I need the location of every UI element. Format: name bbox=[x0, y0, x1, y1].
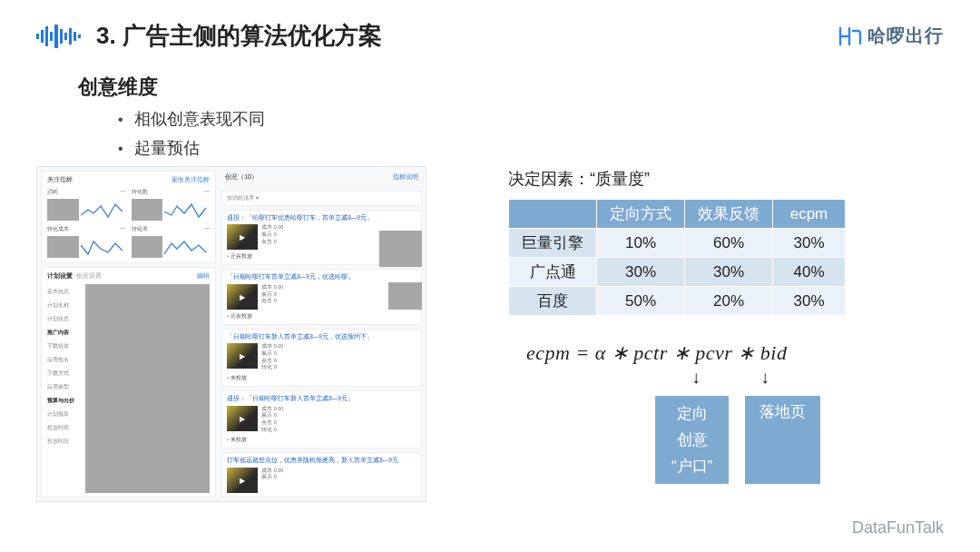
bullet-item: 起量预估 bbox=[118, 137, 944, 159]
factor-box-pcvr: 落地页 bbox=[745, 396, 820, 484]
creative-item: 打车低远超想点位，优惠券随机领逐高，新人首单立减8—9元 成本 0.00展示 0 bbox=[221, 452, 422, 497]
dashboard-screenshot: 关注指标 更改关注指标 消耗— 转化数— bbox=[36, 166, 426, 502]
creative-item: 「日期哈啰打车首单立减8—9元，优选哈啰」 成本 0.00展示 0点击 0 正在… bbox=[221, 269, 422, 324]
footer-watermark: DataFunTalk bbox=[852, 518, 944, 537]
svg-rect-5 bbox=[60, 29, 63, 44]
video-thumb-icon bbox=[227, 406, 258, 431]
redacted-block bbox=[85, 284, 210, 493]
col-header: 效果反馈 bbox=[685, 200, 773, 229]
panel-link: 更改关注指标 bbox=[172, 175, 210, 184]
ecpm-formula: ecpm = α ∗ pctr ∗ pcvr ∗ bid bbox=[526, 341, 944, 365]
svg-rect-2 bbox=[45, 26, 48, 46]
brand-logo-icon bbox=[837, 25, 862, 47]
creative-item: 「日期哈啰打车新人首单立减8—9元，优选预约下」 成本 0.00展示 0点击 0… bbox=[221, 329, 422, 387]
col-header: 定向方式 bbox=[597, 200, 685, 229]
video-thumb-icon bbox=[227, 468, 258, 493]
svg-rect-6 bbox=[64, 33, 67, 40]
arrow-down-icon: ↓ bbox=[760, 367, 769, 388]
table-row: 百度 50% 20% 30% bbox=[509, 287, 846, 316]
svg-rect-0 bbox=[36, 34, 39, 39]
svg-rect-1 bbox=[41, 30, 44, 43]
svg-rect-9 bbox=[78, 34, 81, 38]
arrows: ↓ ↓ bbox=[526, 372, 944, 396]
arrow-down-icon: ↓ bbox=[691, 367, 701, 388]
svg-rect-3 bbox=[50, 32, 53, 41]
brand: 哈啰出行 bbox=[837, 24, 944, 48]
video-thumb-icon bbox=[227, 343, 258, 369]
creative-item: 通投：「日期哈啰打车新人首单立减8—9元」 成本 0.00展示 0点击 0转化 … bbox=[221, 390, 422, 448]
svg-rect-4 bbox=[54, 25, 58, 48]
table-row: 广点通 30% 30% 40% bbox=[509, 258, 846, 287]
factor-label: 决定因素：“质量度” bbox=[508, 168, 944, 190]
section-subtitle: 创意维度 bbox=[78, 74, 944, 101]
panel-title: 关注指标 bbox=[47, 175, 73, 184]
quality-table: 定向方式 效果反馈 ecpm 巨量引擎 10% 60% 30% 广点通 30% bbox=[508, 199, 846, 316]
waveform-icon bbox=[36, 25, 85, 48]
video-thumb-icon bbox=[227, 224, 258, 250]
slide-title: 3. 广告主侧的算法优化方案 bbox=[96, 20, 382, 52]
col-header: ecpm bbox=[773, 200, 846, 229]
table-corner bbox=[509, 200, 597, 229]
table-row: 巨量引擎 10% 60% 30% bbox=[509, 229, 846, 258]
svg-rect-8 bbox=[74, 32, 76, 41]
bullet-list: 相似创意表现不同 起量预估 bbox=[118, 108, 944, 159]
video-thumb-icon bbox=[227, 284, 258, 310]
factor-box-pctr: 定向 创意 “户口” bbox=[655, 396, 729, 484]
svg-rect-7 bbox=[69, 28, 72, 44]
bullet-item: 相似创意表现不同 bbox=[118, 108, 944, 130]
creative-item: 通投：「哈啰打车优惠哈啰打车，首单立减8—9元」 成本 0.00展示 0点击 0… bbox=[221, 210, 422, 265]
brand-name: 哈啰出行 bbox=[867, 24, 944, 48]
